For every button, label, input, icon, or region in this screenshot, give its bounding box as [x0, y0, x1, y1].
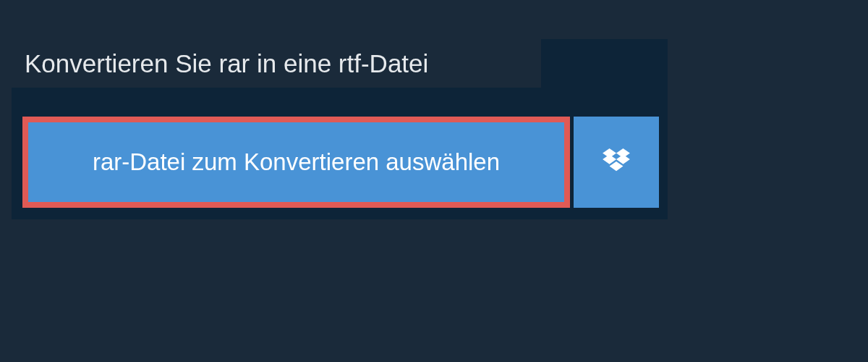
button-row: rar-Datei zum Konvertieren auswählen	[22, 117, 659, 208]
select-file-button[interactable]: rar-Datei zum Konvertieren auswählen	[22, 117, 570, 208]
title-bar: Konvertieren Sie rar in eine rtf-Datei	[12, 39, 541, 88]
dropbox-icon	[603, 148, 630, 176]
converter-panel: Konvertieren Sie rar in eine rtf-Datei r…	[12, 39, 668, 219]
select-file-label: rar-Datei zum Konvertieren auswählen	[93, 148, 500, 176]
dropbox-button[interactable]	[574, 117, 659, 208]
page-title: Konvertieren Sie rar in eine rtf-Datei	[25, 49, 428, 78]
